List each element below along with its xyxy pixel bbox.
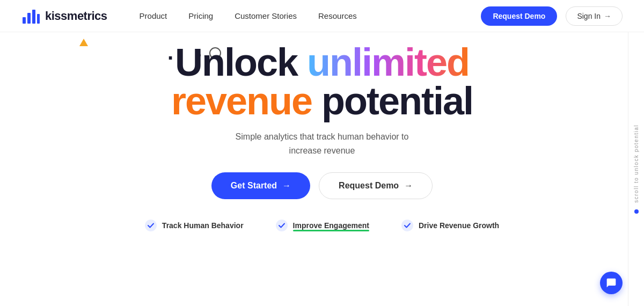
check-icon-3: [401, 220, 413, 231]
headline-potential: potential: [321, 82, 473, 120]
nav-link-resources[interactable]: Resources: [318, 11, 357, 20]
svg-rect-0: [23, 17, 26, 24]
headline-unlock: Unlock: [175, 43, 297, 82]
check-icon-1: [145, 220, 157, 231]
features-row: Track Human Behavior Improve Engagement …: [145, 220, 499, 231]
feature-label-engage: Improve Engagement: [293, 221, 369, 230]
navbar: kissmetrics Product Pricing Customer Sto…: [0, 0, 644, 32]
feature-label-revenue: Drive Revenue Growth: [419, 221, 499, 230]
sign-in-arrow-icon: →: [604, 12, 611, 20]
logo-icon: [21, 6, 41, 26]
request-demo-button[interactable]: Request Demo: [481, 6, 557, 26]
nav-link-customer-stories[interactable]: Customer Stories: [235, 11, 297, 20]
chat-bubble-button[interactable]: [600, 272, 623, 294]
request-demo-hero-label: Request Demo: [339, 181, 399, 191]
get-started-arrow-icon: →: [282, 181, 291, 191]
nav-link-product[interactable]: Product: [140, 11, 167, 20]
logo-text: kissmetrics: [45, 9, 107, 23]
get-started-button[interactable]: Get Started →: [211, 172, 310, 199]
nav-actions: Request Demo Sign In →: [481, 6, 623, 26]
feature-drive-revenue-growth: Drive Revenue Growth: [401, 220, 499, 231]
cta-buttons: Get Started → Request Demo →: [211, 172, 433, 199]
sign-in-label: Sign In: [577, 12, 601, 20]
subheadline-line1: Simple analytics that track human behavi…: [236, 132, 409, 141]
svg-rect-1: [27, 13, 31, 24]
check-icon-2: [276, 220, 288, 231]
feature-track-human-behavior: Track Human Behavior: [145, 220, 244, 231]
subheadline: Simple analytics that track human behavi…: [236, 130, 409, 157]
svg-rect-3: [37, 14, 40, 24]
headline-unlimited: unlimited: [307, 43, 469, 82]
request-demo-hero-button[interactable]: Request Demo →: [319, 172, 433, 199]
feature-improve-engagement: Improve Engagement: [276, 220, 369, 231]
request-demo-hero-arrow-icon: →: [404, 181, 413, 191]
svg-rect-2: [32, 10, 35, 24]
get-started-label: Get Started: [231, 181, 277, 191]
hero-section: Unlock unlimited revenue potential Simpl…: [0, 32, 644, 231]
nav-links: Product Pricing Customer Stories Resourc…: [140, 11, 481, 20]
chat-icon: [606, 278, 617, 288]
subheadline-line2: increase revenue: [289, 146, 355, 155]
feature-label-track: Track Human Behavior: [162, 221, 244, 230]
sign-in-button[interactable]: Sign In →: [566, 6, 623, 26]
logo[interactable]: kissmetrics: [21, 6, 107, 26]
headline-row-2: revenue potential: [171, 82, 473, 120]
headline-revenue: revenue: [171, 82, 312, 120]
nav-link-pricing[interactable]: Pricing: [188, 11, 213, 20]
headline-row-1: Unlock unlimited: [175, 43, 469, 82]
